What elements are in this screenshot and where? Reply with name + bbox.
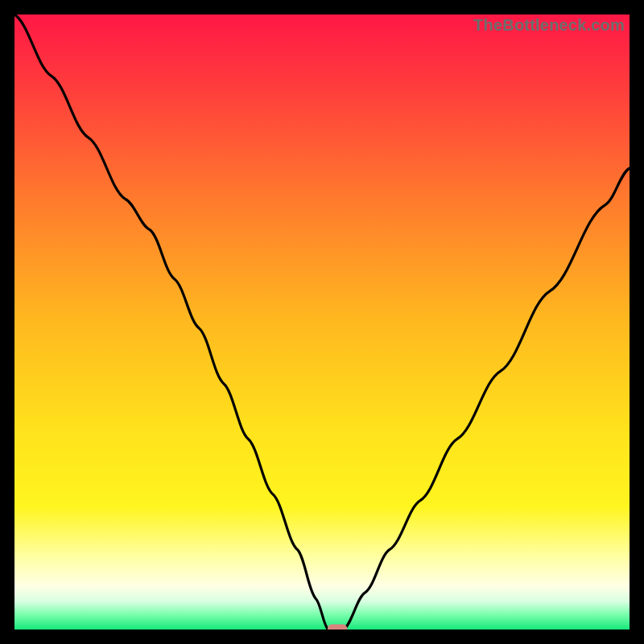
gradient-background xyxy=(14,14,630,630)
plot-area: TheBottleneck.com xyxy=(14,14,630,630)
chart-frame: TheBottleneck.com xyxy=(0,0,644,644)
bottleneck-chart xyxy=(14,14,630,630)
watermark-text: TheBottleneck.com xyxy=(473,16,625,35)
optimum-marker xyxy=(328,625,347,630)
